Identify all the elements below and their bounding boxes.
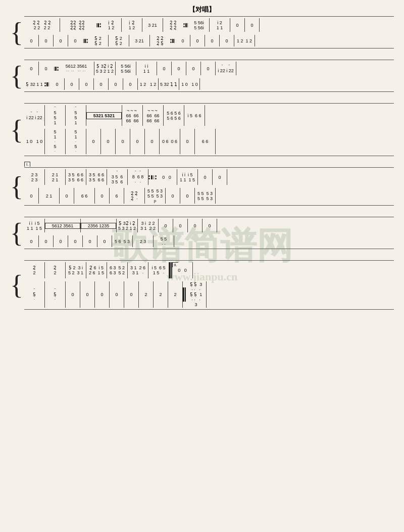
page: 歌谱简谱网 www.jianpu.cn 【对唱】 { 2̣ 2̣ 2̣ 2̣ 2… [0,0,404,532]
s4b9: 0 [166,193,180,199]
s6b9: 2 [154,292,168,298]
staves-3: ˇ ˇ i 22 i 22 ˇ 5 5 1 [24,103,394,156]
s3b11: 6 6 [195,138,215,144]
s3t2: ˇ 5 5 1 [45,105,65,126]
b8: 2̣ 2̣ 2̣ 5̣ [150,35,170,46]
s3b6: 0 [116,138,130,144]
s4t8: i i i 5 1 1 1 5 [177,172,197,183]
s6t7: i 5 6 5 1 5 · [148,265,169,276]
s6t8: II. 0 0 [172,267,192,273]
bar8 [259,18,260,32]
brace-4: { [10,167,23,206]
staff-5-top: i i i 5 1 1 1 5 5612 3561 2356 1235 5̣ 3… [24,217,394,234]
s5b7: 5 6 5 3 [112,238,132,245]
system-1: { 2̣ 2̣ 2̣ 2̣ 2 2 2 2 2̣2̣ 2̣2̣ [10,16,394,49]
s2t3: 5612 3561 ·· ·· ·· ·· [59,63,94,74]
s6b1: ˇ 5̣ · [24,287,44,302]
s2t8: 0 [172,66,186,72]
s3t4: 5321 5321 [86,112,122,119]
m6: 2̣ 2̣ 2̣ 2̣ [163,20,183,31]
s2t4: 5̣ 32̣ i 2̣ 5 3 2 1 2 [94,63,115,74]
s5b6: 0 [97,238,112,245]
repeat-mid [148,175,157,179]
staff-3-bot: 1 0 1 0 5 1 · 5 · 5 1 · [24,127,394,156]
s4t3: 3 5 6 6 3 5 6 6 [66,172,86,183]
s4b8: 5 5 5 3 5 5 5 3 p [145,188,165,204]
s6t6: 3 1 2 6 3 1 · [128,265,148,276]
s5t3: 2356 1235 [81,223,116,229]
system-6: { 2̣ 2 2̣ 2 [10,260,394,310]
s3b1: 1 0 1 0 [24,138,44,144]
s5b8: 2 3 [133,238,153,245]
staff-6-bot: ˇ 5̣ · ˇ 5̣ · 0 0 0 [24,280,394,310]
s6b10: 2 [168,292,182,298]
s5t6: 0 [159,223,173,229]
score-title: 【对唱】 [10,5,394,14]
s6b7: 0 [124,292,138,298]
system-5: { i i i 5 1 1 1 5 5612 3561 2356 1235 [10,217,394,249]
s2t10: 0 [201,66,215,72]
b4: 0 [68,38,82,44]
staff-1-top: 2̣ 2̣ 2̣ 2̣ 2 2 2 2 2̣2̣ 2̣2̣ 2̣2̣ 2̣2̣ [24,16,394,33]
s2t2: 0 [39,66,53,72]
s2b1: 5̣ 32 1 1 [24,81,44,87]
staff-1-bot: 0 0 0 0 5̣ 2 5̣ 2 [24,33,394,49]
brace-6: { [10,260,23,310]
b13: 1 2 1 2 [234,38,255,44]
system-4: { I. 2 3 2 3 2 1 2 1 [10,167,394,206]
staff-4-top: I. 2 3 2 3 2 1 2 1 3 5 [24,167,394,186]
staves-1: 2̣ 2̣ 2̣ 2̣ 2 2 2 2 2̣2̣ 2̣2̣ 2̣2̣ 2̣2̣ [24,16,394,49]
s2t1: 0 [24,66,38,72]
s5b2: 0 [39,238,53,245]
m4: ị 2̣ 1 2 [122,20,142,31]
s3b2: 5 1 · 5 · [45,129,65,154]
s6t3: 5̣ 2 3 i 5 2 3 1 [66,265,86,276]
repeat-right-1 [95,23,101,27]
s5t4: 5̣ 32̣ i 2̣ 5 3 2 1 2 [117,220,137,231]
s3t3: ˇ 5 5 1 [66,105,86,126]
staves-4: I. 2 3 2 3 2 1 2 1 3 5 [24,167,394,206]
s2b8: 1 2 1 2 [138,81,158,87]
s6b8: 2 [139,292,153,298]
s4b7: 2̣ 2̣ 2̣ · [124,190,144,202]
repeat-left-1 [183,23,189,27]
s6t1: 2̣ 2 [24,265,44,276]
s6b2: ˇ 5̣ · [45,287,65,302]
s4b4: 6 6 [74,193,94,199]
rr2 [53,67,59,71]
s2b3: 0 [65,81,79,87]
b6: 5̣ 2 5̣ 2 [109,35,129,46]
s4t6: ˇ ˇ 8 6 8 · · [128,169,148,185]
m2: 2̣2̣ 2̣2̣ 2̣2̣ 2̣2̣ [60,20,95,31]
rl2 [44,82,50,86]
b9: 0 [176,38,190,44]
brace-5: { [10,217,23,249]
s4b6: 6 [110,193,124,199]
s6t4: 2̣ 6 i 5 2 6 1 5 [86,265,107,276]
brace-1: { [10,16,23,49]
s3b10: 0 [180,138,194,144]
s4t2: 2 1 2 1 [45,172,65,183]
m1: 2̣ 2̣ 2̣ 2̣ 2 2 2 2 [24,20,60,31]
s4t1: 2 3 2 3 [24,172,44,183]
s2t6: i i 1 1 [136,63,157,74]
b10: 0 [190,38,205,44]
s2b2: 0 [50,81,64,87]
staves-5: i i i 5 1 1 1 5 5612 3561 2356 1235 5̣ 3… [24,217,394,249]
m7: 5 56i 5 56i [189,20,209,31]
s5b3: 0 [54,238,68,245]
s2b7: 0 [123,81,137,87]
s5b1: 0 [24,238,38,245]
s4b1: 0 [24,193,38,199]
s4b5: 0 [95,193,109,199]
s3t7: 5 6 5 6 5 6 5 6 [164,110,184,121]
s5b5: 0 [83,238,97,245]
s2b6: 0 [109,81,123,87]
s5b4: 0 [68,238,82,245]
s4t4: 3 5 6 6 3 5 6 6 [86,172,107,183]
b2: 0 [39,38,53,44]
s4b11: 5 5 5 3 5 5 5 3 [195,190,215,202]
s3t8: i 5 6 6 [184,113,205,119]
repeat-left-b1 [170,39,176,43]
s4t5: ˇ 3 5 6 3 5 6 [107,169,127,185]
